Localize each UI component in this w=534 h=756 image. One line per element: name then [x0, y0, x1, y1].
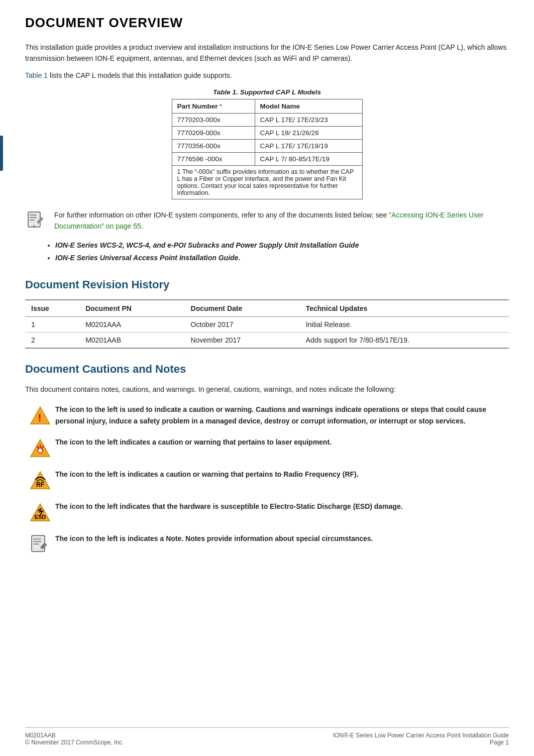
col-doc-date: Document Date	[185, 300, 300, 317]
model-name-cell: CAP L 7/ 80-85/17E/19	[255, 152, 362, 165]
footnote-row: 1 The “-000x” suffix provides informatio…	[172, 165, 362, 199]
revision-cell: M0201AAA	[79, 316, 184, 332]
table-row: 7770356-000xCAP L 17E/ 17E/19/19	[172, 139, 362, 152]
revision-cell: Adds support for 7/80-85/17E/19.	[300, 332, 509, 348]
caution-row: RF The icon to the left is indicates a c…	[25, 469, 509, 491]
caution-description: The icon to the left is indicates a caut…	[55, 469, 509, 480]
model-name-cell: CAP L 17E/ 17E/19/19	[255, 139, 362, 152]
col-issue: Issue	[25, 300, 79, 317]
part-number-cell: 7770356-000x	[172, 139, 255, 152]
svg-text:!: !	[38, 411, 41, 424]
supported-models-table: Part Number ¹ Model Name 7770203-000xCAP…	[172, 99, 363, 199]
revision-history-table: Issue Document PN Document Date Technica…	[25, 299, 509, 349]
revision-cell: M0201AAB	[79, 332, 184, 348]
footnote-cell: 1 The “-000x” suffix provides informatio…	[172, 165, 362, 199]
list-item: ION-E Series WCS-2, WCS-4, and e-POI Sub…	[55, 239, 509, 252]
intro-paragraph-1: This installation guide provides a produ…	[25, 42, 509, 64]
caution-description: The icon to the left is used to indicate…	[55, 404, 509, 426]
revision-cell: Initial Release.	[300, 316, 509, 332]
cautions-intro-text: This document contains notes, cautions, …	[25, 384, 509, 395]
col-tech-updates: Technical Updates	[300, 300, 509, 317]
part-number-cell: 7770209-000x	[172, 126, 255, 139]
note-icon	[25, 533, 55, 555]
model-name-cell: CAP L 18/ 21/26/26	[255, 126, 362, 139]
warning-icon: !	[25, 404, 55, 426]
caution-row: ESD The icon to the left indicates that …	[25, 501, 509, 523]
esd-icon: ESD	[25, 501, 55, 523]
blue-accent-bar	[0, 136, 3, 171]
col-header-model-name: Model Name	[255, 99, 362, 113]
caution-row: The icon to the left indicates a caution…	[25, 437, 509, 459]
caution-description: The icon to the left indicates that the …	[55, 501, 509, 512]
svg-rect-18	[33, 538, 41, 539]
svg-rect-1	[30, 214, 37, 215]
caution-description: The icon to the left indicates a caution…	[55, 437, 509, 448]
svg-rect-20	[33, 544, 39, 545]
col-header-part-number: Part Number ¹	[172, 99, 255, 113]
note-box: For further information on other ION-E s…	[25, 209, 509, 232]
note-box-text: For further information on other ION-E s…	[54, 209, 509, 232]
caution-description: The icon to the left is indicates a Note…	[55, 533, 509, 544]
revision-history-heading: Document Revision History	[25, 278, 509, 291]
page-footer: M0201AAB © November 2017 CommScope, Inc.…	[25, 727, 509, 751]
footer-doc-number: M0201AAB	[25, 732, 124, 739]
list-item: ION-E Series Universal Access Point Inst…	[55, 252, 509, 264]
part-number-cell: 7776596 -000x	[172, 152, 255, 165]
page-title: DOCUMENT OVERVIEW	[25, 15, 509, 31]
table1-caption: Table 1. Supported CAP L Models	[25, 88, 509, 96]
svg-rect-3	[30, 220, 35, 221]
footer-page-number: Page 1	[333, 739, 509, 746]
table-row: 7770203-000xCAP L 17E/ 17E/23/23	[172, 113, 362, 126]
table1-link[interactable]: Table 1	[25, 71, 50, 79]
footer-copyright: © November 2017 CommScope, Inc.	[25, 739, 124, 746]
caution-row: ! The icon to the left is used to indica…	[25, 404, 509, 426]
related-docs-list: ION-E Series WCS-2, WCS-4, and e-POI Sub…	[55, 239, 509, 264]
caution-row: The icon to the left is indicates a Note…	[25, 533, 509, 555]
revision-cell: 2	[25, 332, 79, 348]
laser-icon	[25, 437, 55, 459]
model-name-cell: CAP L 17E/ 17E/23/23	[255, 113, 362, 126]
svg-rect-2	[30, 217, 37, 218]
table-row: 7776596 -000xCAP L 7/ 80-85/17E/19	[172, 152, 362, 165]
table-row: 1M0201AAAOctober 2017Initial Release.	[25, 316, 509, 332]
table-row: 7770209-000xCAP L 18/ 21/26/26	[172, 126, 362, 139]
revision-cell: October 2017	[185, 316, 300, 332]
footer-guide-name: ION®-E Series Low Power Carrier Access P…	[333, 732, 509, 739]
cautions-heading: Document Cautions and Notes	[25, 363, 509, 376]
note-pencil-icon	[25, 209, 47, 232]
svg-text:RF: RF	[36, 481, 44, 488]
svg-point-9	[38, 448, 43, 453]
part-number-cell: 7770203-000x	[172, 113, 255, 126]
svg-rect-19	[33, 541, 41, 542]
table-row: 2M0201AABNovember 2017Adds support for 7…	[25, 332, 509, 348]
footer-right: ION®-E Series Low Power Carrier Access P…	[333, 732, 509, 746]
table-ref-line: Table 1 lists the CAP L models that this…	[25, 71, 509, 79]
revision-cell: November 2017	[185, 332, 300, 348]
col-doc-pn: Document PN	[79, 300, 184, 317]
footer-left: M0201AAB © November 2017 CommScope, Inc.	[25, 732, 124, 746]
revision-table-header-row: Issue Document PN Document Date Technica…	[25, 300, 509, 317]
rf-icon: RF	[25, 469, 55, 491]
revision-cell: 1	[25, 316, 79, 332]
